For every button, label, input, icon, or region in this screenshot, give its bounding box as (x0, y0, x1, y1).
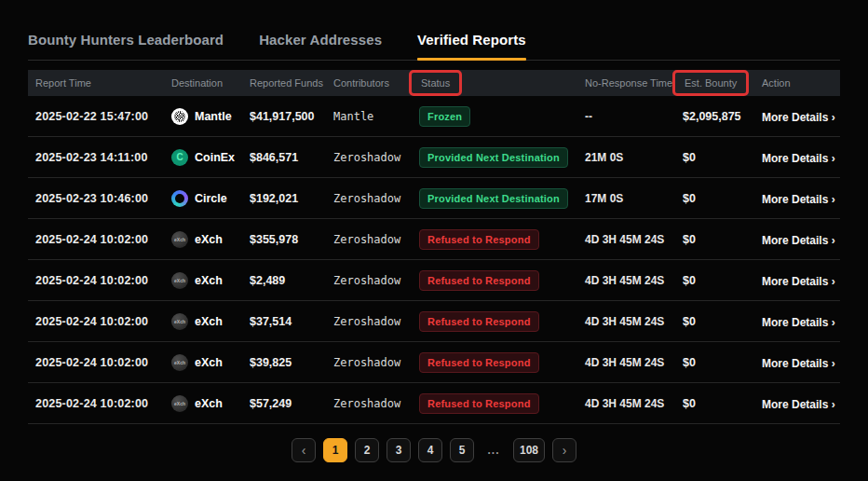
coinex-logo-icon: C (171, 149, 188, 166)
report-time-cell: 2025-02-24 10:02:00 (28, 274, 164, 287)
status-badge: Refused to Respond (419, 229, 539, 250)
table-body: 2025-02-22 15:47:00 Mantle $41,917,500 M… (28, 96, 840, 424)
no-response-time-cell: 17M 0S (577, 192, 675, 205)
verified-reports-page: Bounty Hunters LeaderboardHacker Address… (0, 0, 868, 481)
action-cell: More Details › (754, 108, 840, 125)
page-button-1[interactable]: 1 (323, 438, 347, 462)
page-button-108[interactable]: 108 (513, 438, 545, 462)
tab-bounty-hunters-leaderboard[interactable]: Bounty Hunters Leaderboard (28, 32, 224, 60)
no-response-time-cell: 4D 3H 45M 24S (577, 397, 675, 410)
report-time-cell: 2025-02-22 15:47:00 (28, 110, 164, 123)
no-response-time-cell: 4D 3H 45M 24S (577, 233, 675, 246)
page-button-2[interactable]: 2 (355, 438, 379, 462)
report-time-cell: 2025-02-24 10:02:00 (28, 233, 164, 246)
destination-cell: eXch eXch (164, 231, 242, 248)
reported-funds-cell: $2,489 (242, 274, 326, 287)
contributors-cell: Zeroshadow (326, 397, 412, 410)
status-cell: Refused to Respond (412, 393, 577, 414)
report-time-cell: 2025-02-23 14:11:00 (28, 151, 164, 164)
column-header-status: Status (412, 76, 577, 90)
tab-bar: Bounty Hunters LeaderboardHacker Address… (28, 0, 840, 61)
destination-cell: C CoinEx (164, 149, 242, 166)
previous-page-button[interactable]: ‹ (292, 438, 316, 462)
table-row: 2025-02-24 10:02:00 eXch eXch $57,249 Ze… (28, 383, 840, 424)
status-badge: Refused to Respond (419, 352, 539, 373)
column-header-action: Action (754, 77, 840, 89)
reported-funds-cell: $355,978 (242, 233, 326, 246)
column-header-contributors: Contributors (326, 77, 412, 89)
action-cell: More Details › (754, 395, 840, 412)
mantle-logo-icon (171, 108, 188, 125)
status-cell: Refused to Respond (412, 270, 577, 291)
contributors-cell: Zeroshadow (326, 315, 412, 328)
table-row: 2025-02-24 10:02:00 eXch eXch $37,514 Ze… (28, 301, 840, 342)
circle-logo-icon (171, 190, 188, 207)
est-bounty-cell: $0 (675, 192, 754, 205)
tab-hacker-addresses[interactable]: Hacker Addresses (259, 32, 382, 60)
pagination-ellipsis: ... (481, 438, 506, 462)
est-bounty-cell: $2,095,875 (675, 110, 754, 123)
no-response-time-cell: 21M 0S (577, 151, 675, 164)
more-details-link[interactable]: More Details › (762, 316, 835, 329)
table-header-row: Report TimeDestinationReported FundsCont… (28, 70, 840, 96)
page-button-4[interactable]: 4 (418, 438, 442, 462)
destination-cell: eXch eXch (164, 313, 242, 330)
page-button-3[interactable]: 3 (387, 438, 411, 462)
more-details-link[interactable]: More Details › (762, 193, 835, 206)
more-details-link[interactable]: More Details › (762, 398, 835, 411)
status-badge: Refused to Respond (419, 270, 539, 291)
table-row: 2025-02-23 10:46:00 Circle $192,021 Zero… (28, 178, 840, 219)
status-cell: Refused to Respond (412, 311, 577, 332)
table-row: 2025-02-24 10:02:00 eXch eXch $355,978 Z… (28, 219, 840, 260)
page-button-5[interactable]: 5 (450, 438, 474, 462)
status-badge: Provided Next Destination (419, 147, 568, 168)
destination-label: Circle (195, 192, 227, 205)
table-row: 2025-02-24 10:02:00 eXch eXch $39,825 Ze… (28, 342, 840, 383)
action-cell: More Details › (754, 231, 840, 248)
contributors-cell: Zeroshadow (326, 151, 412, 164)
no-response-time-cell: -- (577, 110, 675, 123)
destination-label: Mantle (195, 110, 232, 123)
column-header-destination: Destination (164, 77, 242, 89)
report-time-cell: 2025-02-24 10:02:00 (28, 315, 164, 328)
more-details-link[interactable]: More Details › (762, 111, 835, 124)
more-details-link[interactable]: More Details › (762, 357, 835, 370)
tab-verified-reports[interactable]: Verified Reports (417, 32, 526, 60)
more-details-link[interactable]: More Details › (762, 275, 835, 288)
action-cell: More Details › (754, 272, 840, 289)
destination-cell: Mantle (164, 108, 242, 125)
destination-cell: eXch eXch (164, 395, 242, 412)
next-page-button[interactable]: › (552, 438, 576, 462)
est-bounty-cell: $0 (675, 315, 754, 328)
est-bounty-cell: $0 (675, 274, 754, 287)
column-header-no-response-time: No-Response Time (577, 77, 675, 89)
table-row: 2025-02-24 10:02:00 eXch eXch $2,489 Zer… (28, 260, 840, 301)
destination-cell: Circle (164, 190, 242, 207)
reported-funds-cell: $41,917,500 (242, 110, 326, 123)
destination-label: CoinEx (195, 151, 235, 164)
contributors-cell: Zeroshadow (326, 192, 412, 205)
action-cell: More Details › (754, 149, 840, 166)
status-cell: Refused to Respond (412, 229, 577, 250)
more-details-link[interactable]: More Details › (762, 234, 835, 247)
column-header-report-time: Report Time (28, 77, 164, 89)
exch-logo-icon: eXch (171, 231, 188, 248)
exch-logo-icon: eXch (171, 395, 188, 412)
destination-label: eXch (195, 397, 223, 410)
more-details-link[interactable]: More Details › (762, 152, 835, 165)
status-badge: Refused to Respond (419, 393, 539, 414)
destination-label: eXch (195, 233, 223, 246)
reported-funds-cell: $192,021 (242, 192, 326, 205)
reported-funds-cell: $37,514 (242, 315, 326, 328)
contributors-cell: Zeroshadow (326, 356, 412, 369)
action-cell: More Details › (754, 313, 840, 330)
action-cell: More Details › (754, 190, 840, 207)
report-time-cell: 2025-02-24 10:02:00 (28, 397, 164, 410)
pagination: ‹12345...108› (0, 438, 868, 462)
column-header-reported-funds: Reported Funds (242, 77, 326, 89)
contributors-cell: Mantle (326, 110, 412, 123)
no-response-time-cell: 4D 3H 45M 24S (577, 315, 675, 328)
annotation-highlight-box: Status (409, 70, 462, 96)
no-response-time-cell: 4D 3H 45M 24S (577, 356, 675, 369)
est-bounty-cell: $0 (675, 233, 754, 246)
